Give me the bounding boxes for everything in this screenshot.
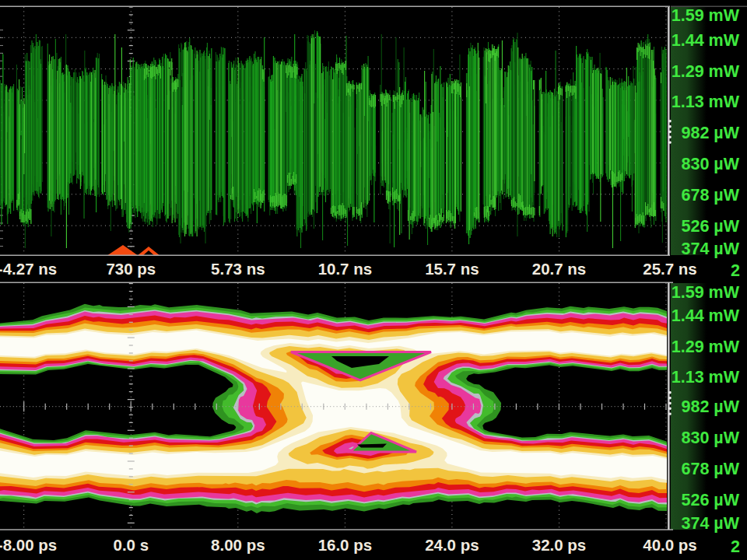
svg-text:730 ps: 730 ps [106, 260, 156, 278]
svg-text:374 µW: 374 µW [681, 514, 739, 533]
svg-text:8.00 ps: 8.00 ps [211, 536, 265, 554]
svg-text:32.0 ps: 32.0 ps [532, 536, 587, 554]
svg-text:678 µW: 678 µW [681, 186, 739, 205]
svg-text:10.7 ns: 10.7 ns [318, 260, 373, 278]
svg-text:40.0 ps: 40.0 ps [643, 536, 697, 554]
svg-text:374 µW: 374 µW [681, 240, 739, 258]
svg-text:526 µW: 526 µW [681, 217, 739, 236]
svg-text:24.0 ps: 24.0 ps [425, 536, 479, 554]
svg-text:0.0 s: 0.0 s [113, 536, 149, 554]
svg-text:1.29 mW: 1.29 mW [672, 338, 740, 356]
svg-text:5.73 ns: 5.73 ns [211, 260, 265, 278]
svg-text:1.44 mW: 1.44 mW [672, 306, 740, 325]
svg-text:982 µW: 982 µW [681, 397, 739, 416]
svg-text:16.0 ps: 16.0 ps [318, 536, 373, 554]
svg-text:982 µW: 982 µW [681, 124, 739, 142]
svg-text:1.13 mW: 1.13 mW [672, 368, 740, 387]
svg-text:2: 2 [731, 261, 740, 280]
svg-text:15.7 ns: 15.7 ns [425, 260, 479, 278]
svg-text:1.29 mW: 1.29 mW [672, 62, 740, 81]
svg-text:830 µW: 830 µW [681, 429, 739, 447]
svg-text:-8.00 ps: -8.00 ps [0, 536, 57, 554]
svg-text:1.13 mW: 1.13 mW [672, 93, 740, 111]
svg-text:20.7 ns: 20.7 ns [532, 260, 587, 278]
svg-text:1.59 mW: 1.59 mW [672, 6, 740, 25]
svg-text:1.44 mW: 1.44 mW [672, 31, 740, 50]
svg-text:1.59 mW: 1.59 mW [672, 283, 740, 302]
svg-text:678 µW: 678 µW [681, 460, 739, 478]
svg-text:-4.27 ns: -4.27 ns [0, 260, 57, 278]
svg-text:830 µW: 830 µW [681, 155, 739, 173]
svg-text:2: 2 [731, 537, 740, 556]
svg-text:25.7 ns: 25.7 ns [643, 260, 697, 278]
svg-text:526 µW: 526 µW [681, 491, 739, 509]
